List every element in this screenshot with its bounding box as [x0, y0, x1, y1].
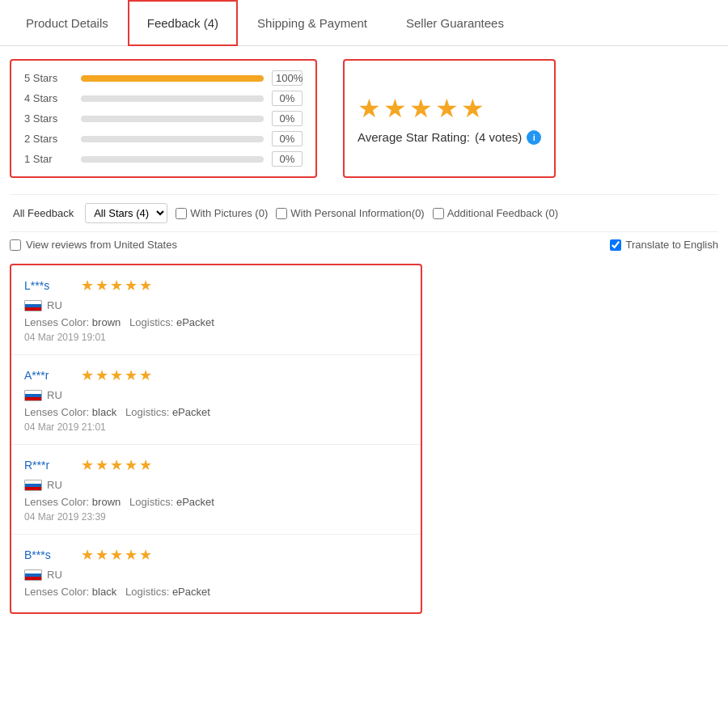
bar-track	[81, 156, 264, 163]
info-icon[interactable]: i	[527, 130, 541, 145]
bar-track	[81, 75, 264, 82]
main-content: 5 Stars100%4 Stars0%3 Stars0%2 Stars0%1 …	[0, 46, 728, 627]
view-reviews-text: View reviews from United States	[26, 239, 177, 251]
tab-product-details[interactable]: Product Details	[6, 0, 128, 46]
review-country: RU	[24, 479, 408, 491]
tab-feedback[interactable]: Feedback (4)	[128, 0, 238, 46]
review-date: 04 Mar 2019 23:39	[24, 511, 408, 523]
review-detail: Lenses Color: brown Logistics: ePacket	[24, 496, 408, 508]
ratings-section: 5 Stars100%4 Stars0%3 Stars0%2 Stars0%1 …	[10, 59, 718, 178]
star-row: 2 Stars0%	[24, 131, 303, 146]
flag-icon	[24, 300, 42, 311]
reviewer-name: L***s	[24, 279, 73, 292]
with-personal-filter[interactable]: With Personal Information(0)	[276, 207, 424, 219]
review-country: RU	[24, 299, 408, 311]
flag-icon	[24, 390, 42, 401]
star-label: 3 Stars	[24, 112, 73, 125]
reviewer-name: R***r	[24, 459, 73, 472]
reviewer-name: B***s	[24, 548, 73, 561]
review-detail: Lenses Color: brown Logistics: ePacket	[24, 316, 408, 328]
star-label: 2 Stars	[24, 133, 73, 145]
translate-label[interactable]: Translate to English	[610, 239, 718, 251]
review-item: L***s★★★★★RULenses Color: brown Logistic…	[11, 265, 421, 355]
translate-checkbox[interactable]	[610, 239, 621, 251]
pct-label: 0%	[272, 151, 303, 167]
with-pictures-checkbox[interactable]	[176, 208, 187, 219]
additional-feedback-checkbox[interactable]	[433, 208, 444, 219]
star-row: 3 Stars0%	[24, 111, 303, 126]
star-label: 4 Stars	[24, 92, 73, 104]
avg-rating-box: ★★★★★ Average Star Rating: (4 votes) i	[343, 59, 556, 178]
star-row: 5 Stars100%	[24, 70, 303, 86]
avg-rating-text: Average Star Rating: (4 votes) i	[358, 130, 541, 145]
view-row: View reviews from United States Translat…	[10, 232, 718, 257]
votes-count: (4 votes)	[475, 130, 522, 144]
star-row: 4 Stars0%	[24, 91, 303, 106]
with-pictures-label: With Pictures (0)	[190, 207, 268, 219]
review-country: RU	[24, 389, 408, 401]
with-pictures-filter[interactable]: With Pictures (0)	[176, 207, 268, 219]
review-date: 04 Mar 2019 21:01	[24, 421, 408, 433]
bar-fill	[81, 75, 264, 82]
all-stars-select[interactable]: All Stars (4)	[85, 203, 167, 223]
reviewer-name: A***r	[24, 369, 73, 382]
pct-label: 100%	[272, 70, 303, 86]
star-label: 1 Star	[24, 153, 73, 165]
tabs-bar: Product DetailsFeedback (4)Shipping & Pa…	[0, 0, 728, 46]
view-reviews-label[interactable]: View reviews from United States	[10, 239, 177, 251]
avg-label: Average Star Rating:	[358, 130, 470, 144]
additional-feedback-filter[interactable]: Additional Feedback (0)	[433, 207, 558, 219]
star-bars-box: 5 Stars100%4 Stars0%3 Stars0%2 Stars0%1 …	[10, 59, 317, 178]
review-stars: ★★★★★	[81, 366, 154, 384]
review-stars: ★★★★★	[81, 277, 154, 294]
flag-icon	[24, 569, 42, 581]
review-item: B***s★★★★★RULenses Color: black Logistic…	[11, 535, 421, 612]
star-row: 1 Star0%	[24, 151, 303, 167]
additional-feedback-label: Additional Feedback (0)	[447, 207, 558, 219]
review-detail: Lenses Color: black Logistics: ePacket	[24, 406, 408, 418]
filter-bar: All Feedback All Stars (4) With Pictures…	[10, 194, 718, 232]
review-date: 04 Mar 2019 19:01	[24, 332, 408, 343]
view-reviews-checkbox[interactable]	[10, 239, 21, 251]
review-stars: ★★★★★	[81, 546, 154, 564]
pct-label: 0%	[272, 131, 303, 146]
review-item: R***r★★★★★RULenses Color: brown Logistic…	[11, 445, 421, 535]
tab-seller[interactable]: Seller Guarantees	[387, 0, 523, 46]
bar-track	[81, 136, 264, 142]
big-stars: ★★★★★	[358, 93, 487, 124]
review-item: A***r★★★★★RULenses Color: black Logistic…	[11, 355, 421, 445]
star-label: 5 Stars	[24, 72, 73, 84]
all-feedback-btn[interactable]: All Feedback	[10, 205, 77, 221]
with-personal-checkbox[interactable]	[276, 208, 287, 219]
bar-track	[81, 116, 264, 122]
review-stars: ★★★★★	[81, 456, 154, 474]
reviews-list: L***s★★★★★RULenses Color: brown Logistic…	[10, 264, 422, 614]
review-detail: Lenses Color: black Logistics: ePacket	[24, 586, 408, 598]
with-personal-label: With Personal Information(0)	[290, 207, 424, 219]
translate-text: Translate to English	[626, 239, 718, 251]
tab-shipping[interactable]: Shipping & Payment	[238, 0, 387, 46]
bar-track	[81, 95, 264, 102]
review-country: RU	[24, 569, 408, 581]
flag-icon	[24, 480, 42, 491]
pct-label: 0%	[272, 111, 303, 126]
pct-label: 0%	[272, 91, 303, 106]
